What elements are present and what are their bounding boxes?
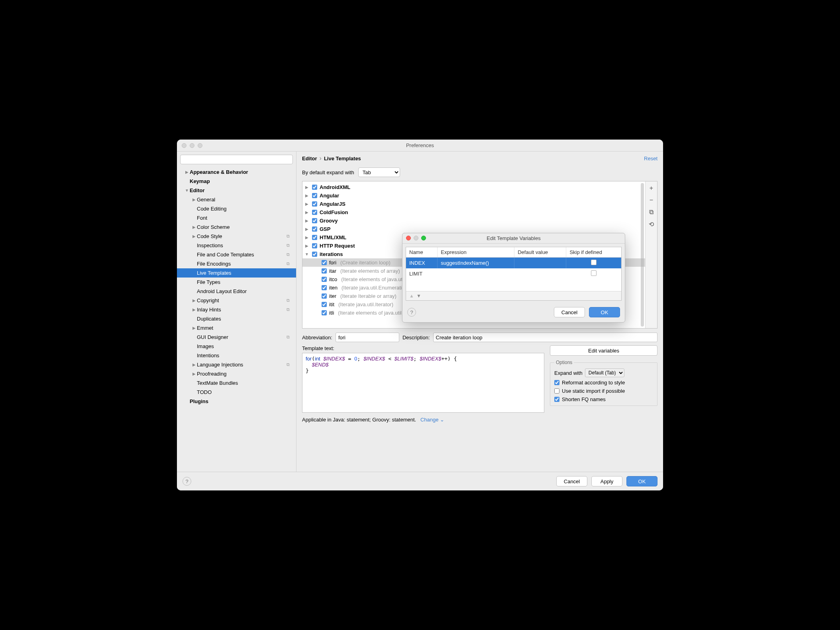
sidebar-item-android-layout-editor[interactable]: ▶Android Layout Editor: [177, 287, 296, 296]
var-skip-cell[interactable]: [566, 258, 621, 269]
template-item-androidxml[interactable]: ▶AndroidXML: [302, 183, 645, 191]
sidebar-item-general[interactable]: ▶General: [177, 195, 296, 204]
sidebar-item-duplicates[interactable]: ▶Duplicates: [177, 314, 296, 323]
abbrev-input[interactable]: [336, 333, 399, 342]
template-checkbox[interactable]: [312, 252, 317, 257]
sidebar-item-file-encodings[interactable]: ▶File Encodings⧉: [177, 259, 296, 268]
expand-with-select[interactable]: Default (Tab): [585, 368, 624, 377]
template-item-groovy[interactable]: ▶Groovy: [302, 217, 645, 225]
add-icon[interactable]: +: [650, 185, 653, 192]
move-up-icon[interactable]: ▲: [409, 293, 414, 299]
sidebar-item-language-injections[interactable]: ▶Language Injections⧉: [177, 360, 296, 369]
search-input[interactable]: [180, 155, 293, 164]
static-import-checkbox[interactable]: [554, 388, 559, 394]
dialog-close-icon[interactable]: [406, 236, 411, 240]
sidebar-item-copyright[interactable]: ▶Copyright⧉: [177, 296, 296, 305]
template-checkbox[interactable]: [322, 268, 327, 274]
template-checkbox[interactable]: [322, 293, 327, 299]
template-checkbox[interactable]: [312, 226, 317, 232]
var-name-cell[interactable]: INDEX: [406, 258, 438, 269]
default-expand-select[interactable]: Tab: [358, 167, 400, 177]
remove-icon[interactable]: −: [650, 197, 653, 204]
sidebar-item-font[interactable]: ▶Font: [177, 213, 296, 222]
dialog-ok-button[interactable]: OK: [589, 307, 620, 317]
var-name-cell[interactable]: LIMIT: [406, 268, 438, 279]
help-icon[interactable]: ?: [183, 477, 191, 486]
sidebar-item-inlay-hints[interactable]: ▶Inlay Hints⧉: [177, 305, 296, 314]
window-titlebar[interactable]: Preferences: [177, 140, 663, 152]
template-item-angularjs[interactable]: ▶AngularJS: [302, 200, 645, 208]
apply-button[interactable]: Apply: [591, 476, 622, 486]
template-text-editor[interactable]: for(int $INDEX$ = 0; $INDEX$ < $LIMIT$; …: [302, 353, 544, 413]
template-checkbox[interactable]: [322, 310, 327, 315]
sidebar-item-intentions[interactable]: ▶Intentions: [177, 351, 296, 360]
zoom-window-icon[interactable]: [198, 143, 202, 148]
scrollbar-thumb[interactable]: [641, 183, 644, 327]
template-item-angular[interactable]: ▶Angular: [302, 191, 645, 200]
sidebar-item-proofreading[interactable]: ▶Proofreading: [177, 369, 296, 378]
shorten-fq-checkbox[interactable]: [554, 397, 559, 402]
minimize-window-icon[interactable]: [190, 143, 194, 148]
settings-tree[interactable]: ▶Appearance & Behavior▶Keymap▼Editor▶Gen…: [177, 167, 296, 472]
var-skip-cell[interactable]: [566, 268, 621, 279]
template-checkbox[interactable]: [312, 235, 317, 240]
reformat-option[interactable]: Reformat according to style: [554, 380, 653, 386]
sidebar-item-file-types[interactable]: ▶File Types: [177, 278, 296, 287]
template-checkbox[interactable]: [312, 210, 317, 215]
dialog-titlebar[interactable]: Edit Template Variables: [402, 233, 625, 244]
reset-link[interactable]: Reset: [644, 156, 657, 161]
shorten-fq-option[interactable]: Shorten FQ names: [554, 396, 653, 402]
sidebar-item-color-scheme[interactable]: ▶Color Scheme: [177, 222, 296, 232]
variables-table[interactable]: Name Expression Default value Skip if de…: [406, 247, 621, 279]
sidebar-item-code-editing[interactable]: ▶Code Editing: [177, 204, 296, 213]
change-context-link[interactable]: Change ⌄: [420, 417, 444, 423]
sidebar-item-emmet[interactable]: ▶Emmet: [177, 323, 296, 333]
sidebar-item-keymap[interactable]: ▶Keymap: [177, 177, 296, 186]
var-expression-cell[interactable]: [438, 268, 514, 279]
sidebar-item-textmate-bundles[interactable]: ▶TextMate Bundles: [177, 378, 296, 388]
template-checkbox[interactable]: [312, 243, 317, 248]
template-checkbox[interactable]: [322, 260, 327, 265]
sidebar-item-live-templates[interactable]: ▶Live Templates: [177, 268, 296, 278]
dialog-help-icon[interactable]: ?: [407, 308, 416, 317]
sidebar-item-gui-designer[interactable]: ▶GUI Designer⧉: [177, 333, 296, 342]
dialog-cancel-button[interactable]: Cancel: [554, 307, 585, 317]
variable-row-index[interactable]: INDEXsuggestIndexName(): [406, 258, 621, 269]
col-default[interactable]: Default value: [514, 247, 566, 258]
cancel-button[interactable]: Cancel: [556, 476, 587, 486]
var-default-cell[interactable]: [514, 268, 566, 279]
template-checkbox[interactable]: [322, 285, 327, 290]
sidebar-item-editor[interactable]: ▼Editor: [177, 186, 296, 195]
dialog-zoom-icon[interactable]: [421, 236, 426, 240]
col-expression[interactable]: Expression: [438, 247, 514, 258]
template-checkbox[interactable]: [322, 277, 327, 282]
duplicate-icon[interactable]: ⧉: [649, 209, 654, 216]
template-checkbox[interactable]: [312, 185, 317, 190]
template-checkbox[interactable]: [312, 201, 317, 207]
close-window-icon[interactable]: [182, 143, 186, 148]
revert-icon[interactable]: ⟲: [649, 220, 654, 228]
var-expression-cell[interactable]: suggestIndexName(): [438, 258, 514, 269]
variable-row-limit[interactable]: LIMIT: [406, 268, 621, 279]
var-default-cell[interactable]: [514, 258, 566, 269]
template-item-gsp[interactable]: ▶GSP: [302, 225, 645, 233]
sidebar-item-images[interactable]: ▶Images: [177, 342, 296, 351]
static-import-option[interactable]: Use static import if possible: [554, 388, 653, 394]
sidebar-item-plugins[interactable]: ▶Plugins: [177, 397, 296, 406]
sidebar-item-file-and-code-templates[interactable]: ▶File and Code Templates⧉: [177, 250, 296, 259]
description-input[interactable]: [433, 333, 657, 342]
reformat-checkbSpan[interactable]: [554, 380, 559, 385]
sidebar-item-inspections[interactable]: ▶Inspections⧉: [177, 241, 296, 250]
move-down-icon[interactable]: ▼: [416, 293, 421, 299]
sidebar-item-todo[interactable]: ▶TODO: [177, 388, 296, 397]
skip-checkbox[interactable]: [591, 270, 597, 276]
ok-button[interactable]: OK: [626, 476, 657, 486]
template-checkbox[interactable]: [312, 218, 317, 223]
col-name[interactable]: Name: [406, 247, 438, 258]
template-item-coldfusion[interactable]: ▶ColdFusion: [302, 208, 645, 217]
sidebar-item-appearance-behavior[interactable]: ▶Appearance & Behavior: [177, 167, 296, 177]
edit-variables-button[interactable]: Edit variables: [550, 345, 657, 356]
sidebar-item-code-style[interactable]: ▶Code Style⧉: [177, 232, 296, 241]
template-checkbox[interactable]: [322, 302, 327, 307]
col-skip[interactable]: Skip if defined: [566, 247, 621, 258]
